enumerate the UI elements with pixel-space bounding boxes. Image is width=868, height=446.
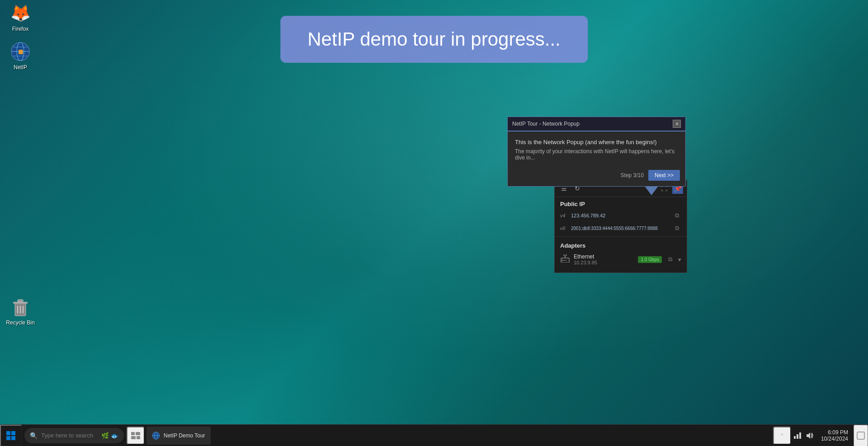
taskbar-pinned-netip[interactable]: NetIP Demo Tour bbox=[146, 427, 211, 445]
netip-label: NetIP bbox=[14, 64, 27, 70]
svg-marker-31 bbox=[807, 432, 810, 439]
adapter-copy-button[interactable]: ⧉ bbox=[665, 255, 675, 264]
clock-time: 6:09 PM bbox=[828, 429, 848, 436]
tour-popup: NetIP Tour - Network Popup ✕ This is the… bbox=[507, 117, 686, 187]
svg-rect-30 bbox=[799, 432, 801, 439]
notification-button[interactable] bbox=[854, 425, 868, 446]
start-button[interactable] bbox=[0, 425, 22, 446]
svg-rect-24 bbox=[137, 436, 140, 439]
recycle-bin-icon bbox=[9, 296, 31, 318]
taskbar: 🔍 Type here to search 🌿 🐟 NetIP Demo Tou… bbox=[0, 424, 868, 446]
netip-divider bbox=[555, 236, 687, 237]
tour-popup-arrow bbox=[645, 186, 658, 195]
svg-point-15 bbox=[562, 259, 563, 261]
demo-banner: NetIP demo tour in progress... bbox=[280, 16, 588, 63]
netip-v4-badge: v4 bbox=[560, 213, 571, 218]
svg-rect-21 bbox=[131, 432, 135, 435]
netip-v6-badge: v6 bbox=[560, 225, 571, 231]
network-tray-icon bbox=[793, 432, 802, 439]
svg-rect-28 bbox=[794, 436, 796, 439]
taskbar-pinned-label: NetIP Demo Tour bbox=[164, 432, 205, 439]
netip-adapters-section: Adapters bbox=[555, 239, 687, 251]
netip-ipv4-row: v4 123.456.789.42 ⧉ bbox=[555, 209, 687, 222]
svg-rect-32 bbox=[857, 432, 864, 439]
tour-popup-close-button[interactable]: ✕ bbox=[673, 120, 681, 128]
svg-rect-20 bbox=[11, 436, 15, 440]
svg-rect-29 bbox=[797, 434, 798, 439]
tray-expand-button[interactable]: ^ bbox=[773, 427, 791, 445]
adapter-network-icon bbox=[560, 254, 570, 265]
task-view-icon bbox=[131, 432, 140, 439]
demo-banner-text: NetIP demo tour in progress... bbox=[307, 28, 561, 50]
search-icon: 🔍 bbox=[30, 432, 38, 439]
svg-rect-14 bbox=[564, 254, 566, 256]
taskbar-search-bar[interactable]: 🔍 Type here to search 🌿 🐟 bbox=[24, 428, 124, 443]
netip-panel: ☰ ↻ ⛶ 📌 Public IP v4 123.456.789.42 ⧉ v6… bbox=[554, 180, 687, 273]
netip-globe-icon bbox=[9, 41, 31, 62]
svg-rect-18 bbox=[11, 431, 15, 435]
netip-v4-copy-button[interactable]: ⧉ bbox=[672, 211, 681, 220]
search-fish-icon: 🐟 bbox=[111, 432, 118, 439]
tour-popup-line2: The majority of your interactions with N… bbox=[515, 148, 678, 161]
svg-rect-19 bbox=[6, 436, 10, 440]
desktop-icon-recycle[interactable]: Recycle Bin bbox=[2, 296, 38, 326]
taskbar-clock[interactable]: 6:09 PM 10/24/2024 bbox=[818, 429, 854, 442]
tour-popup-footer: Step 3/10 Next >> bbox=[508, 166, 685, 186]
adapter-name: Ethernet bbox=[574, 254, 634, 260]
volume-tray-icon bbox=[805, 432, 813, 440]
netip-taskbar-icon bbox=[152, 432, 160, 440]
netip-adapter-row: Ethernet 10.23.9.85 1.0 Gbps ⧉ ▾ bbox=[555, 251, 687, 268]
tray-volume-icon[interactable] bbox=[804, 430, 815, 441]
firefox-icon: 🦊 bbox=[9, 2, 31, 24]
tour-step-label: Step 3/10 bbox=[621, 172, 644, 178]
tour-popup-title: NetIP Tour - Network Popup bbox=[512, 121, 580, 127]
svg-rect-23 bbox=[131, 436, 136, 439]
tray-network-icon[interactable] bbox=[792, 430, 803, 441]
search-decoration: 🌿 🐟 bbox=[101, 432, 118, 439]
adapter-chevron-icon[interactable]: ▾ bbox=[678, 256, 681, 263]
netip-v6-value: 2001:db8:3333:4444:5555:6666:7777:8888 bbox=[571, 226, 672, 231]
desktop-icon-firefox[interactable]: 🦊 Firefox bbox=[2, 2, 38, 32]
netip-public-ip-section: Public IP bbox=[555, 197, 687, 209]
task-view-button[interactable] bbox=[127, 427, 145, 445]
svg-rect-22 bbox=[136, 432, 140, 435]
netip-v4-value: 123.456.789.42 bbox=[571, 213, 672, 218]
notification-icon bbox=[856, 431, 865, 440]
recycle-bin-label: Recycle Bin bbox=[6, 319, 34, 326]
windows-logo-icon bbox=[6, 431, 15, 440]
svg-rect-8 bbox=[18, 300, 23, 302]
tour-popup-titlebar: NetIP Tour - Network Popup ✕ bbox=[508, 117, 685, 131]
tour-next-button[interactable]: Next >> bbox=[648, 170, 680, 181]
svg-rect-17 bbox=[6, 431, 10, 435]
search-leaf-icon: 🌿 bbox=[101, 432, 109, 439]
svg-rect-5 bbox=[19, 50, 23, 54]
firefox-label: Firefox bbox=[12, 26, 29, 32]
desktop-background bbox=[0, 0, 868, 446]
adapter-speed-badge: 1.0 Gbps bbox=[638, 256, 662, 263]
tour-popup-body: This is the Network Popup (and where the… bbox=[508, 131, 685, 166]
desktop-icon-netip[interactable]: NetIP bbox=[2, 41, 38, 70]
adapter-ip: 10.23.9.85 bbox=[574, 260, 634, 265]
search-placeholder-text: Type here to search bbox=[41, 432, 93, 439]
system-tray: ^ bbox=[769, 427, 818, 445]
tour-popup-line1: This is the Network Popup (and where the… bbox=[515, 139, 678, 146]
clock-date: 10/24/2024 bbox=[821, 436, 848, 442]
netip-v6-copy-button[interactable]: ⧉ bbox=[672, 224, 681, 233]
adapter-info: Ethernet 10.23.9.85 bbox=[574, 254, 634, 265]
svg-rect-7 bbox=[13, 302, 28, 304]
netip-ipv6-row: v6 2001:db8:3333:4444:5555:6666:7777:888… bbox=[555, 222, 687, 235]
